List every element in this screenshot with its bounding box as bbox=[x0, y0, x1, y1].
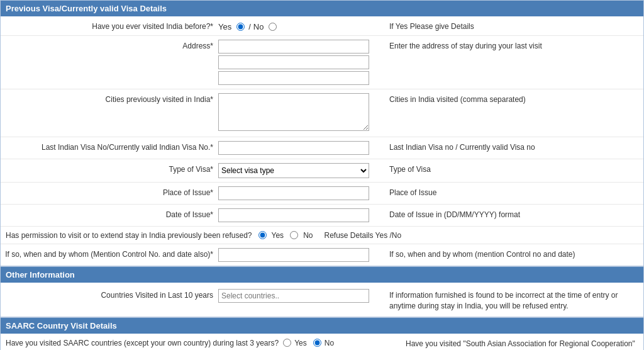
visited-no-label: No bbox=[253, 22, 264, 31]
refused-label: Has permission to visit or to extend sta… bbox=[6, 231, 252, 240]
saarc-yes-label: Yes bbox=[294, 339, 307, 347]
refused-no-label: No bbox=[303, 231, 313, 240]
address-input-col bbox=[218, 38, 382, 86]
place-of-issue-help: Place of Issue bbox=[382, 185, 640, 198]
place-of-issue-row: Place of Issue* Place of Issue bbox=[1, 183, 643, 205]
visa-type-row: Type of Visa* Select visa type Tourist B… bbox=[1, 159, 643, 183]
cities-help: Cities in India visited (comma separated… bbox=[382, 92, 640, 105]
visa-details-section: Previous Visa/Currently valid Visa Detai… bbox=[0, 0, 644, 266]
visa-details-header: Previous Visa/Currently valid Visa Detai… bbox=[1, 1, 643, 16]
date-of-issue-row: Date of Issue* Date of Issue in (DD/MM/Y… bbox=[1, 205, 643, 227]
visa-no-help: Last Indian Visa no / Currently valid Vi… bbox=[382, 140, 640, 153]
visited-yes-radio[interactable] bbox=[236, 23, 245, 31]
cities-input-col bbox=[218, 92, 382, 134]
visa-no-row: Last Indian Visa No/Currently valid Indi… bbox=[1, 137, 643, 159]
visited-india-radio-group: Yes / No bbox=[218, 20, 382, 31]
saarc-section: SAARC Country Visit Details Have you vis… bbox=[0, 317, 644, 350]
address-input-3[interactable] bbox=[218, 71, 369, 85]
address-label: Address* bbox=[4, 38, 218, 52]
address-input-2[interactable] bbox=[218, 55, 369, 69]
cities-textarea[interactable] bbox=[218, 93, 369, 131]
visited-india-help: If Yes Please give Details bbox=[382, 19, 640, 32]
place-of-issue-input[interactable] bbox=[218, 186, 369, 200]
refused-no-radio[interactable] bbox=[290, 231, 298, 239]
address-input-1[interactable] bbox=[218, 40, 369, 54]
saarc-title: SAARC Country Visit Details bbox=[6, 321, 117, 330]
refused-details-label: If so, when and by whom (Mention Control… bbox=[4, 247, 218, 260]
visa-no-input[interactable] bbox=[218, 141, 369, 155]
cities-row: Cities previously visited in India* Citi… bbox=[1, 89, 643, 137]
place-of-issue-input-col bbox=[218, 185, 382, 201]
address-help: Enter the address of stay during your la… bbox=[382, 38, 640, 52]
countries-visited-help: If information furnished is found to be … bbox=[382, 288, 640, 312]
visited-india-label: Have you ever visited India before?* bbox=[4, 19, 218, 32]
refused-row: Has permission to visit or to extend sta… bbox=[1, 227, 643, 244]
refused-details-help: If so, when and by whom (mention Control… bbox=[382, 247, 640, 260]
saarc-header: SAARC Country Visit Details bbox=[1, 318, 643, 334]
saarc-yes-radio[interactable] bbox=[283, 339, 291, 347]
address-row: Address* Enter the address of stay durin… bbox=[1, 36, 643, 89]
visa-type-help: Type of Visa bbox=[382, 162, 640, 175]
refused-yes-label: Yes bbox=[272, 231, 284, 240]
refused-details-input[interactable] bbox=[218, 248, 369, 262]
other-info-title: Other Information bbox=[6, 270, 75, 279]
countries-visited-input[interactable] bbox=[218, 289, 369, 303]
visa-no-label: Last Indian Visa No/Currently valid Indi… bbox=[4, 140, 218, 153]
refused-details-row: If so, when and by whom (Mention Control… bbox=[1, 244, 643, 266]
refused-help: Refuse Details Yes /No bbox=[316, 231, 638, 240]
visited-india-row: Have you ever visited India before?* Yes… bbox=[1, 16, 643, 36]
visa-details-title: Previous Visa/Currently valid Visa Detai… bbox=[6, 4, 167, 13]
saarc-no-label: No bbox=[325, 339, 334, 347]
date-of-issue-label: Date of Issue* bbox=[4, 207, 218, 220]
visa-type-input-col: Select visa type Tourist Business Studen… bbox=[218, 162, 382, 179]
visited-no-radio[interactable] bbox=[269, 23, 277, 31]
saarc-help: Have you visited "South Asian Associatio… bbox=[398, 339, 638, 350]
visited-india-input-col: Yes / No bbox=[218, 19, 382, 33]
refused-yes-radio[interactable] bbox=[258, 231, 267, 239]
date-of-issue-help: Date of Issue in (DD/MM/YYYY) format bbox=[382, 207, 640, 220]
saarc-no-radio[interactable] bbox=[313, 339, 321, 347]
saarc-label-group: Have you visited SAARC countries (except… bbox=[6, 339, 396, 347]
refused-details-input-col bbox=[218, 247, 382, 263]
visa-type-select[interactable]: Select visa type Tourist Business Studen… bbox=[218, 163, 369, 178]
countries-visited-row: Countries Visited in Last 10 years If in… bbox=[1, 283, 643, 317]
countries-visited-input-col bbox=[218, 288, 382, 304]
visa-no-input-col bbox=[218, 140, 382, 156]
other-info-header: Other Information bbox=[1, 267, 643, 283]
countries-visited-label: Countries Visited in Last 10 years bbox=[4, 288, 218, 301]
date-of-issue-input[interactable] bbox=[218, 208, 369, 222]
date-of-issue-input-col bbox=[218, 207, 382, 223]
visa-type-label: Type of Visa* bbox=[4, 162, 218, 175]
place-of-issue-label: Place of Issue* bbox=[4, 185, 218, 198]
other-info-section: Other Information Countries Visited in L… bbox=[0, 266, 644, 317]
cities-label: Cities previously visited in India* bbox=[4, 92, 218, 105]
saarc-label: Have you visited SAARC countries (except… bbox=[6, 339, 279, 347]
visited-yes-label: Yes bbox=[218, 22, 231, 31]
saarc-row: Have you visited SAARC countries (except… bbox=[1, 334, 643, 350]
